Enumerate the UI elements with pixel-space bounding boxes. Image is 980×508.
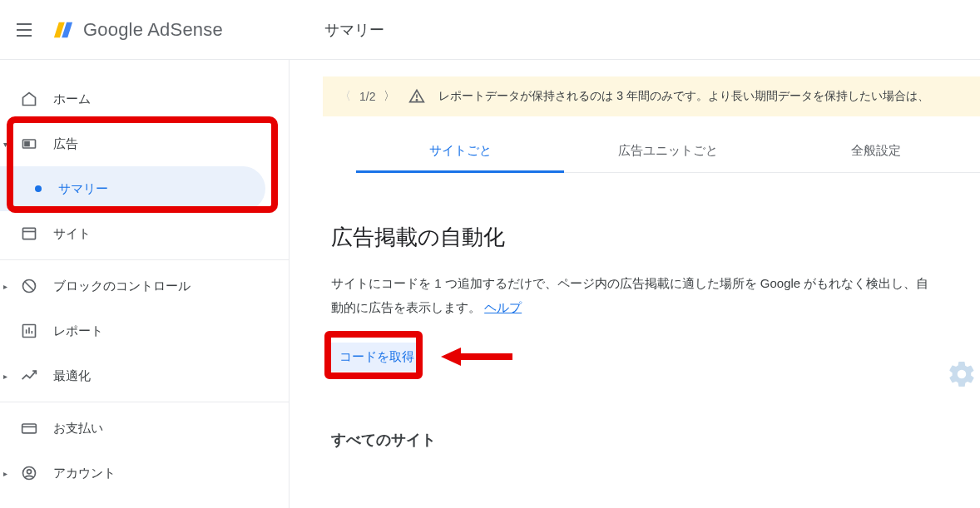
hamburger-menu-icon[interactable]: [17, 20, 37, 40]
report-icon: [20, 322, 38, 340]
annotation-arrow-icon: [439, 346, 514, 367]
chevron-down-icon: ▾: [3, 140, 7, 149]
tab-label: 全般設定: [851, 143, 901, 157]
svg-point-15: [417, 100, 418, 101]
get-code-wrap: コードを取得: [331, 343, 423, 372]
sidebar-item-label: ホーム: [53, 91, 91, 107]
home-icon: [20, 90, 38, 108]
page-title: サマリー: [291, 20, 384, 40]
active-dot-icon: [35, 185, 42, 192]
optimize-icon: [20, 367, 38, 385]
sidebar-item-label: ブロックのコントロール: [53, 279, 191, 294]
tab-by-site[interactable]: サイトごと: [356, 130, 564, 172]
section-description: サイトにコードを 1 つ追加するだけで、ページ内の広告掲載に適した場所を Goo…: [331, 272, 930, 319]
sidebar-item-home[interactable]: ホーム: [0, 76, 289, 121]
chevron-right-icon: ▸: [3, 282, 7, 291]
sidebar-item-label: アカウント: [53, 466, 116, 481]
sidebar-item-account[interactable]: ▸ アカウント: [0, 451, 289, 496]
tab-label: 広告ユニットごと: [618, 143, 718, 157]
sidebar-item-label: サイト: [53, 226, 91, 242]
sidebar-item-payments[interactable]: お支払い: [0, 406, 289, 451]
sidebar-item-sites[interactable]: サイト: [0, 211, 289, 256]
notification-message: レポートデータが保持されるのは 3 年間のみです。より長い期間データを保持したい…: [438, 89, 929, 104]
block-icon: [20, 277, 38, 295]
pager-next-icon[interactable]: 〉: [384, 89, 395, 104]
help-link[interactable]: ヘルプ: [484, 300, 522, 314]
account-icon: [20, 464, 38, 482]
brand-logo[interactable]: Google AdSense: [52, 18, 223, 42]
sidebar-item-label: 最適化: [53, 368, 91, 384]
chevron-right-icon: ▸: [3, 372, 7, 381]
auto-ads-section: 広告掲載の自動化 サイトにコードを 1 つ追加するだけで、ページ内の広告掲載に適…: [323, 173, 980, 450]
svg-point-13: [27, 470, 32, 474]
sidebar-item-optimization[interactable]: ▸ 最適化: [0, 353, 289, 398]
chevron-right-icon: ▸: [3, 469, 7, 478]
pager-count: 1/2: [359, 90, 375, 103]
get-code-button[interactable]: コードを取得: [331, 343, 423, 372]
pager-prev-icon[interactable]: 〈: [339, 89, 351, 104]
main-content: 〈 1/2 〉 レポートデータが保持されるのは 3 年間のみです。より長い期間デ…: [290, 60, 980, 508]
tab-label: サイトごと: [429, 143, 492, 157]
all-sites-heading: すべてのサイト: [331, 430, 963, 450]
sidebar-item-label: お支払い: [53, 421, 103, 436]
sidebar: ホーム ▾ 広告 サマリー サイト ▸ ブロックのコントロール: [0, 60, 290, 508]
tab-by-unit[interactable]: 広告ユニットごと: [564, 130, 772, 172]
description-text: サイトにコードを 1 つ追加するだけで、ページ内の広告掲載に適した場所を Goo…: [331, 276, 928, 314]
ad-icon: [20, 135, 38, 153]
warning-icon: [408, 88, 425, 105]
svg-rect-10: [22, 424, 37, 433]
notification-pager: 〈 1/2 〉: [339, 89, 395, 104]
adsense-logo-icon: [52, 18, 75, 42]
sidebar-item-reports[interactable]: レポート: [0, 308, 289, 353]
divider: [0, 402, 289, 402]
tabs: サイトごと 広告ユニットごと 全般設定: [356, 130, 980, 173]
settings-gear-icon[interactable]: [947, 359, 977, 392]
site-icon: [20, 224, 38, 243]
sidebar-item-summary[interactable]: サマリー: [0, 166, 265, 211]
svg-line-5: [25, 282, 33, 290]
top-header: Google AdSense サマリー: [0, 0, 980, 60]
payments-icon: [20, 419, 38, 437]
sidebar-item-label: サマリー: [58, 181, 108, 197]
brand-text: Google AdSense: [83, 19, 223, 41]
sidebar-item-label: レポート: [53, 323, 103, 339]
sidebar-item-label: 広告: [53, 136, 78, 152]
header-left: Google AdSense: [0, 18, 291, 42]
section-heading: 広告掲載の自動化: [331, 223, 963, 252]
svg-marker-17: [441, 348, 461, 366]
sidebar-item-blocking[interactable]: ▸ ブロックのコントロール: [0, 264, 289, 308]
notification-bar: 〈 1/2 〉 レポートデータが保持されるのは 3 年間のみです。より長い期間デ…: [323, 76, 980, 116]
svg-rect-2: [23, 228, 36, 239]
sidebar-item-ads[interactable]: ▾ 広告: [0, 121, 289, 166]
svg-rect-1: [25, 142, 29, 146]
tab-general-settings[interactable]: 全般設定: [772, 130, 980, 172]
divider: [0, 259, 289, 260]
